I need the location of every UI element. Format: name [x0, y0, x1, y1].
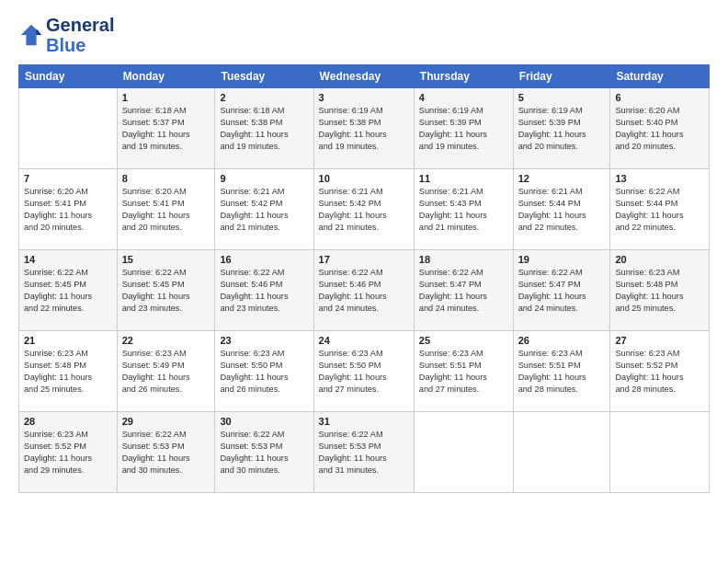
calendar-cell: 29Sunrise: 6:22 AM Sunset: 5:53 PM Dayli…: [117, 412, 215, 493]
day-info: Sunrise: 6:19 AM Sunset: 5:39 PM Dayligh…: [419, 105, 508, 153]
day-info: Sunrise: 6:23 AM Sunset: 5:51 PM Dayligh…: [518, 348, 606, 396]
day-info: Sunrise: 6:22 AM Sunset: 5:46 PM Dayligh…: [220, 267, 308, 315]
day-number: 25: [419, 335, 508, 346]
calendar-cell: [414, 412, 513, 493]
calendar-cell: 8Sunrise: 6:20 AM Sunset: 5:41 PM Daylig…: [117, 169, 215, 250]
calendar-cell: 5Sunrise: 6:19 AM Sunset: 5:39 PM Daylig…: [513, 88, 610, 169]
day-number: 8: [122, 173, 210, 184]
calendar-header-row: SundayMondayTuesdayWednesdayThursdayFrid…: [19, 65, 710, 88]
day-info: Sunrise: 6:22 AM Sunset: 5:45 PM Dayligh…: [122, 267, 210, 315]
day-number: 16: [220, 254, 308, 265]
day-number: 23: [220, 335, 308, 346]
calendar-cell: 22Sunrise: 6:23 AM Sunset: 5:49 PM Dayli…: [117, 331, 215, 412]
day-number: 14: [24, 254, 112, 265]
day-info: Sunrise: 6:23 AM Sunset: 5:50 PM Dayligh…: [220, 348, 308, 396]
day-info: Sunrise: 6:21 AM Sunset: 5:42 PM Dayligh…: [220, 186, 308, 234]
calendar-cell: 17Sunrise: 6:22 AM Sunset: 5:46 PM Dayli…: [313, 250, 414, 331]
calendar-cell: 12Sunrise: 6:21 AM Sunset: 5:44 PM Dayli…: [513, 169, 610, 250]
week-row-3: 14Sunrise: 6:22 AM Sunset: 5:45 PM Dayli…: [19, 250, 710, 331]
calendar-cell: 9Sunrise: 6:21 AM Sunset: 5:42 PM Daylig…: [215, 169, 313, 250]
day-info: Sunrise: 6:21 AM Sunset: 5:43 PM Dayligh…: [419, 186, 508, 234]
day-number: 15: [122, 254, 210, 265]
calendar-cell: 27Sunrise: 6:23 AM Sunset: 5:52 PM Dayli…: [610, 331, 710, 412]
day-number: 30: [220, 416, 308, 427]
day-info: Sunrise: 6:23 AM Sunset: 5:51 PM Dayligh…: [419, 348, 508, 396]
week-row-2: 7Sunrise: 6:20 AM Sunset: 5:41 PM Daylig…: [19, 169, 710, 250]
day-number: 24: [319, 335, 409, 346]
day-info: Sunrise: 6:20 AM Sunset: 5:41 PM Dayligh…: [24, 186, 112, 234]
day-info: Sunrise: 6:19 AM Sunset: 5:38 PM Dayligh…: [319, 105, 409, 153]
day-info: Sunrise: 6:22 AM Sunset: 5:53 PM Dayligh…: [319, 429, 409, 477]
calendar-cell: 18Sunrise: 6:22 AM Sunset: 5:47 PM Dayli…: [414, 250, 513, 331]
calendar-cell: 28Sunrise: 6:23 AM Sunset: 5:52 PM Dayli…: [19, 412, 118, 493]
day-number: 26: [518, 335, 606, 346]
calendar-cell: 14Sunrise: 6:22 AM Sunset: 5:45 PM Dayli…: [19, 250, 118, 331]
calendar-cell: 16Sunrise: 6:22 AM Sunset: 5:46 PM Dayli…: [215, 250, 313, 331]
col-header-thursday: Thursday: [414, 65, 513, 88]
calendar-cell: 7Sunrise: 6:20 AM Sunset: 5:41 PM Daylig…: [19, 169, 118, 250]
day-info: Sunrise: 6:22 AM Sunset: 5:46 PM Dayligh…: [319, 267, 409, 315]
day-number: 12: [518, 173, 606, 184]
calendar-cell: 10Sunrise: 6:21 AM Sunset: 5:42 PM Dayli…: [313, 169, 414, 250]
day-number: 17: [319, 254, 409, 265]
col-header-friday: Friday: [513, 65, 610, 88]
calendar-cell: 25Sunrise: 6:23 AM Sunset: 5:51 PM Dayli…: [414, 331, 513, 412]
day-info: Sunrise: 6:22 AM Sunset: 5:44 PM Dayligh…: [615, 186, 704, 234]
day-info: Sunrise: 6:22 AM Sunset: 5:53 PM Dayligh…: [220, 429, 308, 477]
day-info: Sunrise: 6:19 AM Sunset: 5:39 PM Dayligh…: [518, 105, 606, 153]
page: General Blue SundayMondayTuesdayWednesda…: [0, 0, 728, 563]
day-number: 20: [615, 254, 704, 265]
logo-text: General Blue: [46, 15, 114, 55]
calendar-cell: 31Sunrise: 6:22 AM Sunset: 5:53 PM Dayli…: [313, 412, 414, 493]
day-info: Sunrise: 6:20 AM Sunset: 5:40 PM Dayligh…: [615, 105, 704, 153]
day-info: Sunrise: 6:18 AM Sunset: 5:38 PM Dayligh…: [220, 105, 308, 153]
col-header-sunday: Sunday: [19, 65, 118, 88]
calendar-cell: [610, 412, 710, 493]
week-row-4: 21Sunrise: 6:23 AM Sunset: 5:48 PM Dayli…: [19, 331, 710, 412]
calendar: SundayMondayTuesdayWednesdayThursdayFrid…: [18, 64, 710, 493]
day-number: 22: [122, 335, 210, 346]
calendar-cell: [19, 88, 118, 169]
week-row-5: 28Sunrise: 6:23 AM Sunset: 5:52 PM Dayli…: [19, 412, 710, 493]
col-header-tuesday: Tuesday: [215, 65, 313, 88]
day-info: Sunrise: 6:23 AM Sunset: 5:48 PM Dayligh…: [615, 267, 704, 315]
calendar-cell: 24Sunrise: 6:23 AM Sunset: 5:50 PM Dayli…: [313, 331, 414, 412]
day-number: 27: [615, 335, 704, 346]
header: General Blue: [18, 15, 710, 55]
day-number: 18: [419, 254, 508, 265]
day-number: 3: [319, 92, 409, 103]
calendar-cell: 23Sunrise: 6:23 AM Sunset: 5:50 PM Dayli…: [215, 331, 313, 412]
day-info: Sunrise: 6:22 AM Sunset: 5:47 PM Dayligh…: [518, 267, 606, 315]
day-info: Sunrise: 6:22 AM Sunset: 5:47 PM Dayligh…: [419, 267, 508, 315]
day-number: 5: [518, 92, 606, 103]
day-number: 31: [319, 416, 409, 427]
calendar-cell: 26Sunrise: 6:23 AM Sunset: 5:51 PM Dayli…: [513, 331, 610, 412]
day-number: 4: [419, 92, 508, 103]
day-number: 13: [615, 173, 704, 184]
calendar-cell: 20Sunrise: 6:23 AM Sunset: 5:48 PM Dayli…: [610, 250, 710, 331]
day-info: Sunrise: 6:21 AM Sunset: 5:44 PM Dayligh…: [518, 186, 606, 234]
calendar-cell: 3Sunrise: 6:19 AM Sunset: 5:38 PM Daylig…: [313, 88, 414, 169]
day-number: 1: [122, 92, 210, 103]
calendar-cell: [513, 412, 610, 493]
col-header-saturday: Saturday: [610, 65, 710, 88]
day-info: Sunrise: 6:23 AM Sunset: 5:49 PM Dayligh…: [122, 348, 210, 396]
day-number: 11: [419, 173, 508, 184]
day-number: 10: [319, 173, 409, 184]
col-header-wednesday: Wednesday: [313, 65, 414, 88]
calendar-cell: 15Sunrise: 6:22 AM Sunset: 5:45 PM Dayli…: [117, 250, 215, 331]
calendar-cell: 21Sunrise: 6:23 AM Sunset: 5:48 PM Dayli…: [19, 331, 118, 412]
calendar-cell: 4Sunrise: 6:19 AM Sunset: 5:39 PM Daylig…: [414, 88, 513, 169]
day-info: Sunrise: 6:20 AM Sunset: 5:41 PM Dayligh…: [122, 186, 210, 234]
day-info: Sunrise: 6:23 AM Sunset: 5:52 PM Dayligh…: [24, 429, 112, 477]
day-number: 28: [24, 416, 112, 427]
day-number: 7: [24, 173, 112, 184]
calendar-cell: 11Sunrise: 6:21 AM Sunset: 5:43 PM Dayli…: [414, 169, 513, 250]
calendar-cell: 1Sunrise: 6:18 AM Sunset: 5:37 PM Daylig…: [117, 88, 215, 169]
day-number: 29: [122, 416, 210, 427]
calendar-cell: 19Sunrise: 6:22 AM Sunset: 5:47 PM Dayli…: [513, 250, 610, 331]
week-row-1: 1Sunrise: 6:18 AM Sunset: 5:37 PM Daylig…: [19, 88, 710, 169]
col-header-monday: Monday: [117, 65, 215, 88]
day-info: Sunrise: 6:23 AM Sunset: 5:48 PM Dayligh…: [24, 348, 112, 396]
day-info: Sunrise: 6:22 AM Sunset: 5:45 PM Dayligh…: [24, 267, 112, 315]
